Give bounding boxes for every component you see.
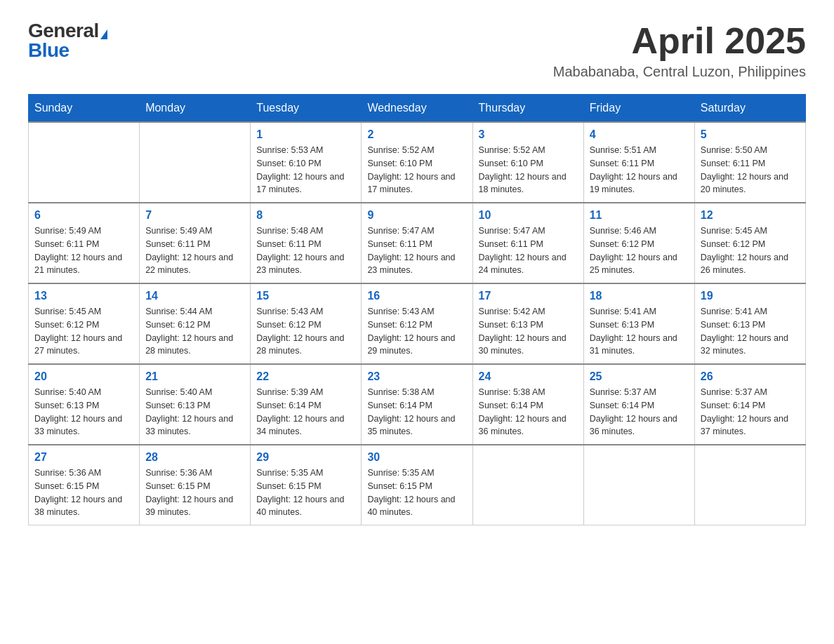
day-number: 12 [701, 209, 800, 222]
day-number: 29 [256, 451, 355, 464]
day-info: Sunrise: 5:47 AMSunset: 6:11 PMDaylight:… [479, 224, 578, 277]
calendar-cell: 5Sunrise: 5:50 AMSunset: 6:11 PMDaylight… [694, 122, 805, 203]
weekday-header-friday: Friday [583, 95, 694, 123]
day-info: Sunrise: 5:35 AMSunset: 6:15 PMDaylight:… [367, 467, 466, 519]
day-info: Sunrise: 5:35 AMSunset: 6:15 PMDaylight:… [256, 467, 355, 519]
calendar-cell: 19Sunrise: 5:41 AMSunset: 6:13 PMDayligh… [694, 283, 805, 364]
weekday-header-tuesday: Tuesday [251, 95, 362, 123]
day-number: 8 [256, 209, 355, 222]
day-info: Sunrise: 5:48 AMSunset: 6:11 PMDaylight:… [256, 224, 355, 277]
logo-triangle-icon [100, 29, 107, 39]
day-info: Sunrise: 5:39 AMSunset: 6:14 PMDaylight:… [256, 386, 355, 438]
calendar-cell: 3Sunrise: 5:52 AMSunset: 6:10 PMDaylight… [472, 122, 583, 203]
calendar-cell: 10Sunrise: 5:47 AMSunset: 6:11 PMDayligh… [472, 203, 583, 283]
location-title: Mababanaba, Central Luzon, Philippines [553, 64, 806, 80]
day-number: 22 [256, 370, 355, 383]
calendar-cell: 24Sunrise: 5:38 AMSunset: 6:14 PMDayligh… [472, 364, 583, 445]
calendar-week-row: 20Sunrise: 5:40 AMSunset: 6:13 PMDayligh… [29, 364, 806, 445]
logo: General Blue [28, 21, 107, 60]
weekday-header-wednesday: Wednesday [362, 95, 472, 123]
day-info: Sunrise: 5:43 AMSunset: 6:12 PMDaylight:… [256, 305, 355, 358]
day-number: 14 [145, 290, 244, 302]
calendar-cell: 4Sunrise: 5:51 AMSunset: 6:11 PMDaylight… [583, 122, 694, 203]
day-info: Sunrise: 5:47 AMSunset: 6:11 PMDaylight:… [367, 224, 466, 277]
weekday-header-monday: Monday [140, 95, 251, 123]
day-info: Sunrise: 5:45 AMSunset: 6:12 PMDaylight:… [701, 224, 800, 277]
day-number: 6 [34, 209, 133, 222]
calendar-cell: 27Sunrise: 5:36 AMSunset: 6:15 PMDayligh… [29, 445, 140, 525]
day-number: 13 [34, 290, 133, 302]
calendar-week-row: 1Sunrise: 5:53 AMSunset: 6:10 PMDaylight… [29, 122, 806, 203]
month-title: April 2025 [553, 21, 806, 61]
day-info: Sunrise: 5:49 AMSunset: 6:11 PMDaylight:… [34, 224, 133, 277]
calendar-cell: 2Sunrise: 5:52 AMSunset: 6:10 PMDaylight… [362, 122, 472, 203]
day-number: 23 [367, 370, 466, 383]
day-number: 30 [367, 451, 466, 464]
calendar-cell: 6Sunrise: 5:49 AMSunset: 6:11 PMDaylight… [29, 203, 140, 283]
day-number: 18 [590, 290, 689, 302]
day-number: 11 [590, 209, 689, 222]
day-number: 19 [701, 290, 800, 302]
day-info: Sunrise: 5:42 AMSunset: 6:13 PMDaylight:… [479, 305, 578, 358]
day-info: Sunrise: 5:40 AMSunset: 6:13 PMDaylight:… [145, 386, 244, 438]
day-number: 1 [256, 128, 355, 141]
day-info: Sunrise: 5:37 AMSunset: 6:14 PMDaylight:… [590, 386, 689, 438]
day-number: 24 [479, 370, 578, 383]
calendar-cell [694, 445, 805, 525]
day-info: Sunrise: 5:52 AMSunset: 6:10 PMDaylight:… [367, 144, 466, 196]
day-number: 3 [479, 128, 578, 141]
day-number: 27 [34, 451, 133, 464]
calendar-week-row: 6Sunrise: 5:49 AMSunset: 6:11 PMDaylight… [29, 203, 806, 283]
day-number: 4 [590, 128, 689, 141]
day-number: 5 [701, 128, 800, 141]
day-info: Sunrise: 5:36 AMSunset: 6:15 PMDaylight:… [34, 467, 133, 519]
calendar-cell: 28Sunrise: 5:36 AMSunset: 6:15 PMDayligh… [140, 445, 251, 525]
day-info: Sunrise: 5:50 AMSunset: 6:11 PMDaylight:… [701, 144, 800, 196]
calendar-cell: 12Sunrise: 5:45 AMSunset: 6:12 PMDayligh… [694, 203, 805, 283]
day-number: 10 [479, 209, 578, 222]
day-info: Sunrise: 5:37 AMSunset: 6:14 PMDaylight:… [701, 386, 800, 438]
calendar-cell: 13Sunrise: 5:45 AMSunset: 6:12 PMDayligh… [29, 283, 140, 364]
day-info: Sunrise: 5:44 AMSunset: 6:12 PMDaylight:… [145, 305, 244, 358]
logo-general-text: General [28, 20, 99, 41]
calendar-cell: 7Sunrise: 5:49 AMSunset: 6:11 PMDaylight… [140, 203, 251, 283]
calendar-cell: 15Sunrise: 5:43 AMSunset: 6:12 PMDayligh… [251, 283, 362, 364]
day-number: 21 [145, 370, 244, 383]
weekday-header-saturday: Saturday [694, 95, 805, 123]
weekday-header-sunday: Sunday [29, 95, 140, 123]
day-number: 2 [367, 128, 466, 141]
calendar-cell: 26Sunrise: 5:37 AMSunset: 6:14 PMDayligh… [694, 364, 805, 445]
day-info: Sunrise: 5:41 AMSunset: 6:13 PMDaylight:… [590, 305, 689, 358]
day-info: Sunrise: 5:43 AMSunset: 6:12 PMDaylight:… [367, 305, 466, 358]
calendar-cell: 11Sunrise: 5:46 AMSunset: 6:12 PMDayligh… [583, 203, 694, 283]
calendar-week-row: 13Sunrise: 5:45 AMSunset: 6:12 PMDayligh… [29, 283, 806, 364]
calendar-cell: 14Sunrise: 5:44 AMSunset: 6:12 PMDayligh… [140, 283, 251, 364]
day-info: Sunrise: 5:53 AMSunset: 6:10 PMDaylight:… [256, 144, 355, 196]
day-info: Sunrise: 5:52 AMSunset: 6:10 PMDaylight:… [479, 144, 578, 196]
day-number: 7 [145, 209, 244, 222]
day-info: Sunrise: 5:38 AMSunset: 6:14 PMDaylight:… [479, 386, 578, 438]
day-number: 9 [367, 209, 466, 222]
day-number: 25 [590, 370, 689, 383]
calendar-cell: 9Sunrise: 5:47 AMSunset: 6:11 PMDaylight… [362, 203, 472, 283]
calendar-cell [29, 122, 140, 203]
day-number: 16 [367, 290, 466, 302]
day-info: Sunrise: 5:41 AMSunset: 6:13 PMDaylight:… [701, 305, 800, 358]
calendar-cell: 21Sunrise: 5:40 AMSunset: 6:13 PMDayligh… [140, 364, 251, 445]
day-info: Sunrise: 5:49 AMSunset: 6:11 PMDaylight:… [145, 224, 244, 277]
calendar-cell: 29Sunrise: 5:35 AMSunset: 6:15 PMDayligh… [251, 445, 362, 525]
day-number: 28 [145, 451, 244, 464]
day-info: Sunrise: 5:46 AMSunset: 6:12 PMDaylight:… [590, 224, 689, 277]
weekday-header-thursday: Thursday [472, 95, 583, 123]
day-info: Sunrise: 5:51 AMSunset: 6:11 PMDaylight:… [590, 144, 689, 196]
day-info: Sunrise: 5:45 AMSunset: 6:12 PMDaylight:… [34, 305, 133, 358]
calendar-cell: 18Sunrise: 5:41 AMSunset: 6:13 PMDayligh… [583, 283, 694, 364]
calendar-cell: 25Sunrise: 5:37 AMSunset: 6:14 PMDayligh… [583, 364, 694, 445]
day-info: Sunrise: 5:40 AMSunset: 6:13 PMDaylight:… [34, 386, 133, 438]
calendar-cell: 20Sunrise: 5:40 AMSunset: 6:13 PMDayligh… [29, 364, 140, 445]
calendar-cell [140, 122, 251, 203]
title-section: April 2025 Mababanaba, Central Luzon, Ph… [553, 21, 806, 80]
day-info: Sunrise: 5:38 AMSunset: 6:14 PMDaylight:… [367, 386, 466, 438]
calendar-cell: 1Sunrise: 5:53 AMSunset: 6:10 PMDaylight… [251, 122, 362, 203]
day-number: 15 [256, 290, 355, 302]
